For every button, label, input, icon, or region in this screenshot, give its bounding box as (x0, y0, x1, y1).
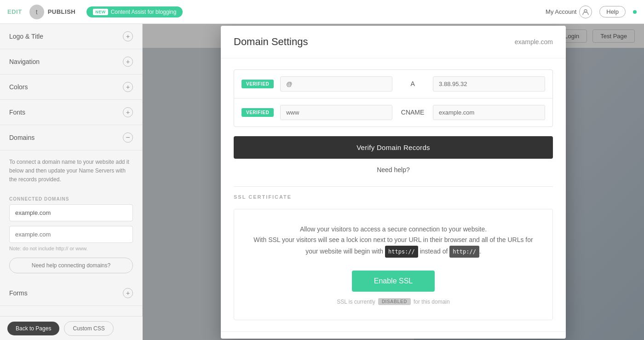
domains-info: To connect a domain name to your website… (0, 150, 142, 192)
help-button[interactable]: Help (599, 6, 626, 17)
modal-body: VERIFIED @ A 3.88.95.32 VERIFIED www CNA… (221, 58, 566, 332)
dns-host-field: www (280, 105, 392, 120)
custom-css-button[interactable]: Custom CSS (64, 321, 113, 336)
modal-footer: Close (221, 331, 566, 338)
connected-domains-label: CONNECTED DOMAINS (0, 192, 142, 204)
sidebar-item-forms[interactable]: Forms + (0, 281, 142, 306)
sidebar-item-fonts[interactable]: Fonts + (0, 100, 142, 125)
main-content: ntact Client Login Test Page Domain Sett… (143, 24, 644, 340)
content-assist-banner[interactable]: NEW Content Assist for blogging (86, 6, 183, 17)
sidebar: Logo & Title + Navigation + Colors + Fon… (0, 24, 143, 340)
my-account-section[interactable]: My Account (546, 6, 592, 18)
back-to-pages-button[interactable]: Back to Pages (7, 322, 59, 335)
minus-icon: − (123, 133, 133, 143)
verified-badge: VERIFIED (242, 108, 274, 117)
my-account-label: My Account (546, 8, 576, 15)
content-assist-label: Content Assist for blogging (111, 9, 177, 15)
modal-domain: example.com (515, 38, 553, 46)
ssl-status-suffix: for this domain (414, 299, 450, 305)
modal-header: Domain Settings example.com (221, 26, 566, 58)
dns-row: VERIFIED www CNAME example.com (234, 98, 552, 127)
ssl-section: SSL CERTIFICATE Allow your visitors to a… (234, 186, 553, 321)
need-help-connecting-button[interactable]: Need help connecting domains? (9, 258, 133, 273)
dns-host-field: @ (280, 76, 392, 92)
sidebar-item-label: Colors (9, 83, 28, 91)
connected-domain-value: example.com (9, 204, 133, 221)
sidebar-item-label: Domains (9, 134, 34, 141)
dns-table: VERIFIED @ A 3.88.95.32 VERIFIED www CNA… (234, 69, 553, 127)
ssl-http-badge: http:// (449, 246, 479, 258)
ssl-status-text: SSL is currently (337, 299, 375, 305)
ssl-instead: instead of (420, 248, 448, 255)
dns-row: VERIFIED @ A 3.88.95.32 (234, 70, 552, 98)
domain-note: Note: do not include http:// or www. (0, 246, 142, 258)
avatar: t (29, 5, 44, 19)
sidebar-item-label: Navigation (9, 58, 40, 65)
dns-value-field: 3.88.95.32 (433, 76, 545, 92)
ssl-status: SSL is currently DISABLED for this domai… (337, 298, 449, 305)
status-dot (633, 10, 637, 14)
plus-icon: + (123, 82, 133, 92)
plus-icon: + (123, 288, 133, 298)
domain-input[interactable] (9, 226, 133, 243)
domain-settings-modal: Domain Settings example.com VERIFIED @ A… (221, 26, 566, 339)
sidebar-item-navigation[interactable]: Navigation + (0, 49, 142, 75)
enable-ssl-button[interactable]: Enable SSL (352, 271, 435, 292)
ssl-https-badge: https:// (385, 246, 418, 258)
plus-icon: + (123, 107, 133, 117)
bottombar: Back to Pages Custom CSS (0, 316, 143, 340)
sidebar-item-label: Fonts (9, 109, 25, 116)
plus-icon: + (123, 31, 133, 41)
ssl-disabled-badge: DISABLED (378, 298, 411, 305)
new-badge: NEW (93, 9, 108, 15)
verified-badge: VERIFIED (242, 80, 274, 88)
edit-link[interactable]: EDIT (7, 8, 22, 15)
sidebar-item-label: Logo & Title (9, 33, 43, 40)
ssl-desc-1: Allow your visitors to access a secure c… (300, 225, 487, 233)
ssl-body: Allow your visitors to access a secure c… (234, 209, 553, 321)
sidebar-item-domains[interactable]: Domains − (0, 125, 142, 150)
ssl-description: Allow your visitors to access a secure c… (247, 224, 540, 258)
sidebar-item-colors[interactable]: Colors + (0, 75, 142, 100)
verify-domain-button[interactable]: Verify Domain Records (234, 136, 553, 159)
dns-type-a: A (399, 80, 426, 87)
topbar-right: My Account Help (546, 6, 637, 18)
account-icon (579, 6, 592, 18)
sidebar-item-label: Forms (9, 289, 28, 297)
dns-type-cname: CNAME (399, 109, 426, 116)
plus-icon: + (123, 57, 133, 67)
need-help-link[interactable]: Need help? (234, 166, 553, 173)
dns-value-field: example.com (433, 105, 545, 120)
modal-title: Domain Settings (234, 36, 308, 48)
topbar: EDIT t PUBLISH NEW Content Assist for bl… (0, 0, 644, 24)
sidebar-item-logo-title[interactable]: Logo & Title + (0, 24, 142, 49)
ssl-header: SSL CERTIFICATE (234, 187, 553, 209)
publish-link[interactable]: PUBLISH (48, 8, 76, 15)
